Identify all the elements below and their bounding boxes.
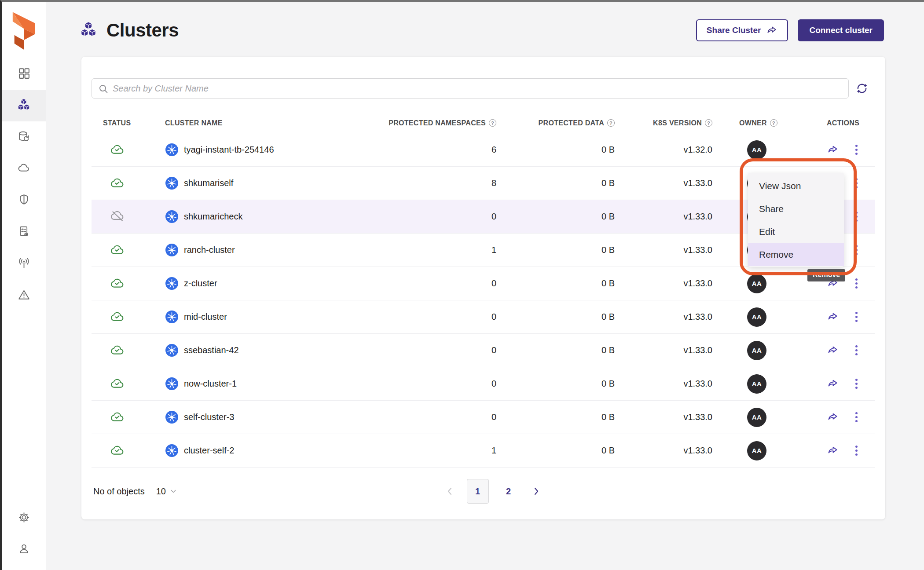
kubernetes-icon	[165, 176, 179, 190]
cluster-online-icon	[110, 276, 125, 291]
owner-cell: AA	[712, 307, 827, 327]
protected-data-cell: 0 B	[496, 278, 615, 289]
help-icon[interactable]: ?	[705, 119, 712, 127]
protected-data-cell: 0 B	[496, 312, 615, 322]
owner-avatar[interactable]: AA	[747, 307, 766, 327]
share-row-icon[interactable]	[827, 411, 839, 423]
owner-avatar[interactable]: AA	[747, 441, 766, 460]
owner-avatar[interactable]: AA	[747, 341, 766, 360]
kebab-menu-icon[interactable]	[854, 377, 859, 391]
cluster-name[interactable]: mid-cluster	[184, 312, 227, 322]
table-header: STATUS CLUSTER NAME PROTECTED NAMESPACES…	[92, 113, 875, 133]
page-size-select[interactable]: 10	[156, 486, 177, 497]
kebab-menu-icon[interactable]	[854, 444, 859, 457]
column-owner: OWNER?	[712, 119, 827, 127]
sidebar-item-policies[interactable]	[2, 216, 46, 248]
settings-gear-icon	[17, 511, 31, 526]
sidebar-item-backup-restore[interactable]	[2, 121, 46, 153]
cluster-name[interactable]: ranch-cluster	[184, 245, 235, 255]
refresh-icon	[856, 82, 868, 95]
search-input[interactable]	[113, 84, 842, 94]
table-row[interactable]: z-cluster 0 0 B v1.33.0 AA	[92, 267, 875, 300]
actions-cell	[827, 143, 866, 157]
cloud-icon	[17, 161, 31, 177]
share-row-icon[interactable]	[827, 445, 839, 457]
sidebar-item-dashboard[interactable]	[2, 58, 46, 90]
sidebar-item-settings[interactable]	[2, 502, 46, 534]
cluster-name[interactable]: tyagi-instant-tb-254146	[184, 145, 274, 155]
cluster-name-cell: mid-cluster	[165, 310, 382, 324]
cluster-name[interactable]: self-cluster-3	[184, 412, 234, 422]
kebab-menu-icon[interactable]	[854, 277, 859, 290]
namespaces-cell: 0	[382, 278, 496, 289]
share-arrow-icon	[766, 25, 777, 36]
context-menu-item[interactable]: View Json	[748, 175, 844, 197]
table-row[interactable]: ssebastian-42 0 0 B v1.33.0 AA	[92, 334, 875, 367]
app-window: Clusters Share Cluster Connect cluster	[0, 0, 924, 570]
page-button[interactable]: 2	[498, 479, 520, 504]
kebab-menu-icon[interactable]	[854, 176, 859, 190]
kebab-menu-icon[interactable]	[854, 310, 859, 324]
kebab-menu-icon[interactable]	[854, 410, 859, 424]
page-button[interactable]: 1	[467, 479, 489, 504]
kebab-menu-icon[interactable]	[854, 143, 859, 157]
next-page-icon[interactable]	[528, 483, 544, 499]
owner-avatar[interactable]: AA	[747, 374, 766, 394]
pager: 1 2	[442, 479, 544, 504]
namespaces-cell: 8	[382, 178, 496, 188]
connect-cluster-button[interactable]: Connect cluster	[798, 19, 884, 41]
table-row[interactable]: self-cluster-3 0 0 B v1.33.0 AA	[92, 401, 875, 434]
cluster-name[interactable]: cluster-self-2	[184, 446, 234, 456]
table-row[interactable]: cluster-self-2 1 0 B v1.33.0 AA	[92, 434, 875, 468]
sidebar-item-security[interactable]	[2, 185, 46, 216]
dashboard-grid-icon	[17, 66, 31, 82]
owner-avatar[interactable]: AA	[747, 408, 766, 427]
kebab-menu-icon[interactable]	[854, 343, 859, 357]
portworx-logo-icon	[10, 11, 37, 51]
sidebar-item-activity[interactable]	[2, 248, 46, 280]
sidebar-item-profile[interactable]	[2, 534, 46, 566]
help-icon[interactable]: ?	[770, 119, 777, 127]
share-row-icon[interactable]	[827, 311, 839, 323]
status-cell	[92, 309, 165, 325]
context-menu-item[interactable]: Share	[748, 197, 844, 220]
cluster-name[interactable]: shkumaricheck	[184, 212, 242, 222]
context-menu-item[interactable]: Edit	[748, 220, 844, 243]
owner-avatar[interactable]: AA	[747, 274, 766, 293]
cluster-name-cell: now-cluster-1	[165, 377, 382, 391]
share-cluster-label: Share Cluster	[707, 26, 761, 35]
owner-cell: AA	[712, 341, 827, 360]
share-row-icon[interactable]	[827, 378, 839, 390]
sidebar-item-alerts[interactable]	[2, 280, 46, 311]
status-cell	[92, 142, 165, 157]
table-row[interactable]: mid-cluster 0 0 B v1.33.0 AA	[92, 300, 875, 334]
actions-cell	[827, 343, 866, 357]
portworx-logo[interactable]	[10, 11, 37, 51]
kebab-menu-icon[interactable]	[854, 210, 859, 223]
previous-page-icon[interactable]	[442, 483, 458, 499]
sidebar-item-clusters[interactable]	[2, 90, 46, 121]
column-status: STATUS	[92, 119, 165, 127]
help-icon[interactable]: ?	[607, 119, 615, 127]
share-row-icon[interactable]	[827, 144, 839, 156]
context-menu-item[interactable]: Remove	[748, 243, 844, 266]
help-icon[interactable]: ?	[489, 119, 496, 127]
sidebar-item-cloud[interactable]	[2, 153, 46, 185]
cluster-online-icon	[110, 443, 125, 458]
cluster-name[interactable]: shkumariself	[184, 178, 233, 188]
protected-data-cell: 0 B	[496, 145, 615, 155]
status-cell	[92, 175, 165, 191]
namespaces-cell: 0	[382, 345, 496, 355]
cluster-name[interactable]: z-cluster	[184, 278, 217, 289]
cluster-name[interactable]: now-cluster-1	[184, 379, 237, 389]
table-row[interactable]: tyagi-instant-tb-254146 6 0 B v1.32.0 AA	[92, 133, 875, 167]
refresh-button[interactable]	[849, 78, 875, 99]
cluster-name-cell: self-cluster-3	[165, 410, 382, 424]
kebab-menu-icon[interactable]	[854, 243, 859, 257]
share-cluster-button[interactable]: Share Cluster	[696, 19, 788, 41]
share-row-icon[interactable]	[827, 344, 839, 356]
owner-cell: AA	[712, 140, 827, 160]
owner-avatar[interactable]: AA	[747, 140, 766, 160]
cluster-name[interactable]: ssebastian-42	[184, 345, 239, 355]
table-row[interactable]: now-cluster-1 0 0 B v1.33.0 AA	[92, 367, 875, 401]
